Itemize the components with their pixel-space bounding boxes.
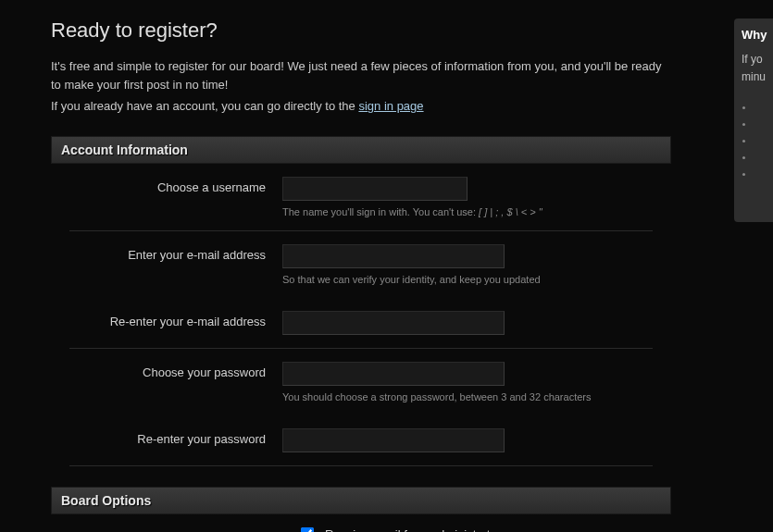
label-email: Enter your e-mail address xyxy=(69,244,282,262)
sidebar-title: Why xyxy=(742,28,766,42)
form-row-password-confirm: Re-enter your password xyxy=(69,415,653,466)
label-password: Choose your password xyxy=(69,362,282,379)
help-password: You should choose a strong password, bet… xyxy=(282,391,653,402)
input-password-confirm[interactable] xyxy=(282,428,505,452)
input-email-confirm[interactable] xyxy=(282,311,505,335)
checkbox-row-admin-email: Receive email from administrators xyxy=(301,527,653,533)
sign-in-link[interactable]: sign in page xyxy=(358,99,423,113)
help-username: The name you'll sign in with. You can't … xyxy=(282,206,653,217)
checkbox-admin-email[interactable] xyxy=(301,527,314,532)
page-title: Ready to register? xyxy=(51,19,671,43)
form-row-email-confirm: Re-enter your e-mail address xyxy=(69,298,653,349)
board-options-wrap: Receive email from administrators Receiv… xyxy=(282,514,671,533)
input-password[interactable] xyxy=(282,362,505,386)
sidebar-bullet xyxy=(754,151,766,162)
intro-text-2: If you already have an account, you can … xyxy=(51,97,671,116)
sidebar-text-2: minu xyxy=(742,68,766,86)
help-email: So that we can verify your identity, and… xyxy=(282,274,653,285)
section-header-account: Account Information xyxy=(51,136,671,164)
section-header-board-options: Board Options xyxy=(51,487,671,514)
input-email[interactable] xyxy=(282,244,505,268)
sidebar-list xyxy=(754,101,766,179)
form-row-password: Choose your password You should choose a… xyxy=(69,349,653,415)
registration-form-panel: Ready to register? It's free and simple … xyxy=(0,0,722,532)
input-username[interactable] xyxy=(282,177,468,201)
sidebar-bullet xyxy=(754,118,766,129)
label-username: Choose a username xyxy=(69,177,282,194)
intro-text-prefix: If you already have an account, you can … xyxy=(51,99,358,113)
label-email-confirm: Re-enter your e-mail address xyxy=(69,311,282,328)
form-row-username: Choose a username The name you'll sign i… xyxy=(69,164,653,231)
sidebar-bullet xyxy=(754,101,766,112)
form-row-email: Enter your e-mail address So that we can… xyxy=(69,231,653,298)
label-admin-email[interactable]: Receive email from administrators xyxy=(325,527,507,533)
sidebar-bullet xyxy=(754,134,766,145)
sidebar-bullet xyxy=(754,167,766,179)
sidebar-panel: Why If yo minu xyxy=(734,19,773,222)
intro-text-1: It's free and simple to register for our… xyxy=(51,57,671,93)
label-password-confirm: Re-enter your password xyxy=(69,428,282,446)
sidebar-text-1: If yo xyxy=(742,51,766,68)
